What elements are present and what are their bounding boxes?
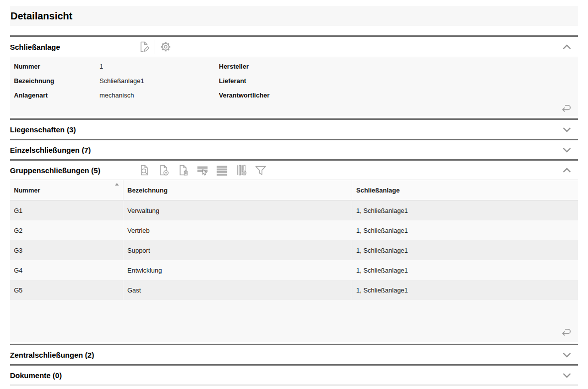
column-header-bezeichnung[interactable]: Bezeichnung bbox=[123, 180, 352, 200]
column-label: Nummer bbox=[14, 187, 40, 194]
column-header-schließanlage[interactable]: Schließanlage bbox=[352, 180, 578, 200]
chevron-down-icon[interactable] bbox=[563, 127, 571, 132]
add-document-icon[interactable] bbox=[157, 164, 170, 177]
table-cell: G3 bbox=[10, 240, 123, 260]
chevron-up-icon[interactable] bbox=[563, 44, 571, 50]
section-title: Gruppenschließungen (5) bbox=[10, 166, 100, 175]
table-header: NummerBezeichnungSchließanlage bbox=[10, 180, 578, 200]
detail-view: Detailansicht Schließanlage Num bbox=[10, 6, 578, 389]
section-header-einzelschliessungen[interactable]: Einzelschließungen (7) bbox=[10, 140, 578, 159]
section-title: Einzelschließungen (7) bbox=[10, 146, 91, 154]
table-cell: Entwicklung bbox=[123, 260, 352, 280]
table-row[interactable]: G2Vertrieb1, Schließanlage1 bbox=[10, 220, 578, 240]
column-label: Schließanlage bbox=[356, 187, 399, 194]
rows-icon[interactable] bbox=[215, 164, 228, 177]
gruppenschliessungen-footer bbox=[10, 300, 578, 342]
filter-icon[interactable] bbox=[254, 164, 267, 177]
chevron-down-icon[interactable] bbox=[563, 373, 571, 378]
table-body: G1Verwaltung1, Schließanlage1G2Vertrieb1… bbox=[10, 200, 578, 300]
table-cell: G1 bbox=[10, 200, 123, 220]
section-title: Schließanlage bbox=[10, 43, 60, 51]
table-cell: G2 bbox=[10, 220, 123, 240]
schliessanlage-toolbar bbox=[138, 37, 172, 57]
section-header-schliessanlage[interactable]: Schließanlage bbox=[10, 37, 578, 57]
section-title: Liegenschaften (3) bbox=[10, 125, 76, 134]
table-row[interactable]: G4Entwicklung1, Schließanlage1 bbox=[10, 260, 578, 280]
schliessanlage-fields: Nummer1HerstellerBezeichnungSchließanlag… bbox=[10, 61, 578, 100]
section-header-gruppenschliessungen[interactable]: Gruppenschließungen (5) bbox=[10, 161, 578, 180]
schliessanlage-content: Nummer1HerstellerBezeichnungSchließanlag… bbox=[10, 57, 578, 116]
field-label: Bezeichnung bbox=[14, 76, 99, 86]
field-label: Hersteller bbox=[219, 61, 318, 72]
section-title: Zentralschließungen (2) bbox=[10, 351, 94, 359]
gruppenschliessungen-table: NummerBezeichnungSchließanlage G1Verwalt… bbox=[10, 180, 578, 342]
field-label: Anlagenart bbox=[14, 90, 99, 100]
table-row[interactable]: G5Gast1, Schließanlage1 bbox=[10, 280, 578, 300]
field-value: Schließanlage1 bbox=[99, 76, 219, 86]
table-cell: 1, Schließanlage1 bbox=[352, 280, 578, 300]
section-header-liegenschaften[interactable]: Liegenschaften (3) bbox=[10, 120, 578, 139]
field-value bbox=[318, 76, 578, 86]
section-header-zentralschliessungen[interactable]: Zentralschließungen (2) bbox=[10, 345, 578, 364]
table-row[interactable]: G1Verwaltung1, Schließanlage1 bbox=[10, 200, 578, 220]
column-settings-icon[interactable] bbox=[235, 164, 248, 177]
sort-asc-icon bbox=[115, 183, 119, 186]
chevron-up-icon[interactable] bbox=[563, 168, 571, 173]
page-title: Detailansicht bbox=[10, 10, 72, 22]
table-cell: G4 bbox=[10, 260, 123, 280]
table-cell: Gast bbox=[123, 280, 352, 300]
table-cell: 1, Schließanlage1 bbox=[352, 240, 578, 260]
section-header-dokumente[interactable]: Dokumente (0) bbox=[10, 366, 578, 385]
table-cell: Support bbox=[123, 240, 352, 260]
field-value bbox=[318, 90, 578, 100]
table-cell: Verwaltung bbox=[123, 200, 352, 220]
column-label: Bezeichnung bbox=[127, 187, 168, 194]
chevron-down-icon[interactable] bbox=[563, 147, 571, 153]
table-cell: G5 bbox=[10, 280, 123, 300]
settings-gear-icon[interactable] bbox=[159, 40, 172, 53]
gruppenschliessungen-toolbar bbox=[138, 161, 267, 180]
table-cell: 1, Schließanlage1 bbox=[352, 260, 578, 280]
table-cell: 1, Schließanlage1 bbox=[352, 220, 578, 240]
undo-icon[interactable] bbox=[560, 101, 573, 114]
table-row[interactable]: G3Support1, Schließanlage1 bbox=[10, 240, 578, 260]
table-cell: Vertrieb bbox=[123, 220, 352, 240]
column-header-nummer[interactable]: Nummer bbox=[10, 180, 123, 200]
field-value bbox=[318, 61, 578, 72]
field-label: Nummer bbox=[14, 61, 99, 72]
table-cell: 1, Schließanlage1 bbox=[352, 200, 578, 220]
select-row-icon[interactable] bbox=[196, 164, 209, 177]
section-title: Dokumente (0) bbox=[10, 371, 62, 380]
undo-icon[interactable] bbox=[560, 325, 573, 338]
chevron-down-icon[interactable] bbox=[563, 352, 571, 358]
delete-document-icon[interactable] bbox=[177, 164, 190, 177]
field-value: mechanisch bbox=[99, 90, 219, 100]
edit-document-icon[interactable] bbox=[138, 40, 151, 53]
field-label: Verantwortlicher bbox=[219, 90, 318, 100]
field-value: 1 bbox=[99, 61, 219, 72]
toolbar-divider bbox=[155, 39, 155, 54]
page-title-bar: Detailansicht bbox=[10, 6, 578, 26]
field-label: Lieferant bbox=[219, 76, 318, 86]
view-document-icon[interactable] bbox=[138, 164, 151, 177]
